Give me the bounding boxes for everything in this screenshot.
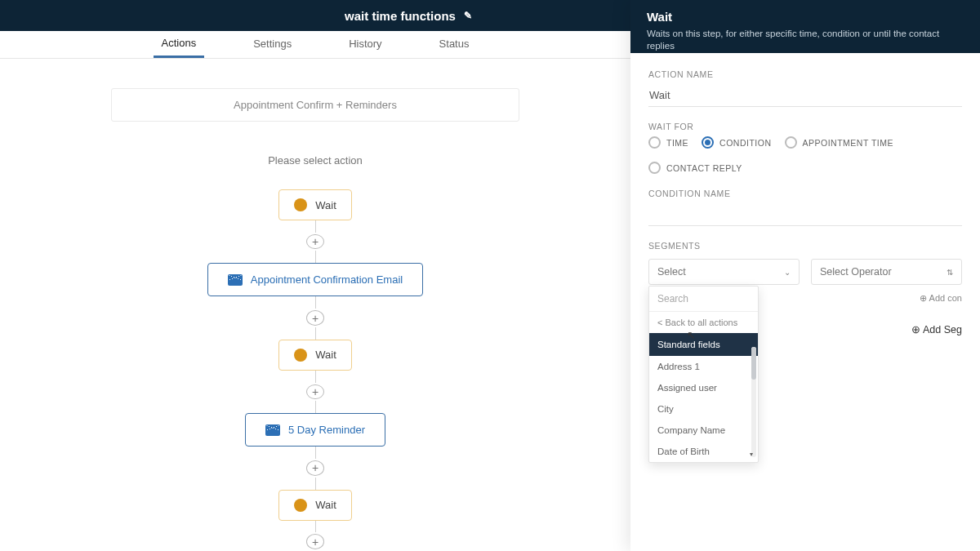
tab-actions[interactable]: Actions	[154, 30, 205, 58]
wait-for-options: TIME CONDITION APPOINTMENT TIME CONTACT …	[648, 136, 962, 174]
chevron-down-icon: ⌄	[784, 268, 791, 277]
segment-field-dropdown: Search < Back to all actions ↖ Standard …	[648, 286, 759, 463]
connector	[315, 220, 316, 233]
connector	[315, 447, 316, 459]
dropdown-back[interactable]: < Back to all actions ↖	[649, 312, 758, 333]
connector	[315, 296, 316, 309]
dropdown-item[interactable]: Company Name	[649, 420, 758, 441]
workflow-canvas[interactable]: Appointment Confirm + Reminders Please s…	[0, 59, 630, 551]
node-wait-2[interactable]: Wait	[278, 340, 352, 371]
mail-icon	[265, 424, 280, 436]
add-step-button[interactable]: +	[306, 310, 324, 326]
connector	[315, 327, 316, 340]
dropdown-item[interactable]: Assigned user	[649, 377, 758, 398]
dropdown-item[interactable]: Date of Birth	[649, 441, 758, 462]
select-value: Select	[657, 266, 686, 278]
dropdown-search[interactable]: Search	[649, 287, 758, 312]
tab-history[interactable]: History	[341, 31, 390, 58]
add-step-button[interactable]: +	[306, 384, 324, 400]
dropdown-back-label: < Back to all actions	[657, 318, 737, 327]
edit-icon[interactable]: ✎	[464, 10, 472, 21]
add-step-button[interactable]: +	[306, 234, 324, 250]
chevron-down-icon: ▾	[750, 451, 753, 458]
clock-icon	[294, 499, 307, 512]
panel-header: Wait Waits on this step, for either spec…	[630, 0, 980, 53]
radio-label: TIME	[666, 138, 688, 148]
panel-title: Wait	[647, 10, 964, 24]
clock-icon	[294, 198, 307, 211]
dropdown-item[interactable]: Address 1	[649, 356, 758, 377]
field-wait-for: WAIT FOR TIME CONDITION APPOINTMENT TIME…	[648, 122, 962, 174]
field-action-name: ACTION NAME	[648, 69, 962, 107]
add-step-button[interactable]: +	[306, 534, 324, 549]
node-label: Wait	[315, 499, 336, 511]
radio-condition[interactable]: CONDITION	[702, 136, 771, 149]
condition-name-label: CONDITION NAME	[648, 189, 962, 198]
tab-settings[interactable]: Settings	[245, 31, 300, 58]
canvas-prompt: Please select action	[268, 154, 363, 167]
panel-description: Waits on this step, for either specific …	[647, 28, 964, 52]
dropdown-item[interactable]: City	[649, 398, 758, 420]
radio-label: CONTACT REPLY	[666, 163, 742, 173]
radio-appointment-time[interactable]: APPOINTMENT TIME	[785, 136, 893, 149]
connector	[315, 371, 316, 383]
radio-label: CONDITION	[719, 138, 771, 148]
action-name-label: ACTION NAME	[648, 69, 962, 79]
connector	[315, 521, 316, 533]
radio-contact-reply[interactable]: CONTACT REPLY	[648, 162, 742, 174]
page-title-wrap: wait time functions ✎	[345, 9, 472, 23]
tab-status[interactable]: Status	[431, 31, 478, 58]
radio-label: APPOINTMENT TIME	[803, 138, 893, 148]
action-name-input[interactable]	[648, 84, 962, 107]
clock-icon	[294, 349, 307, 362]
add-step-button[interactable]: +	[306, 460, 324, 476]
panel-body: ACTION NAME WAIT FOR TIME CONDITION APPO…	[630, 53, 980, 352]
dropdown-scrollbar[interactable]	[751, 347, 756, 457]
node-wait-1[interactable]: Wait	[278, 189, 352, 220]
segment-operator-select[interactable]: Select Operator ⇅	[811, 259, 962, 285]
page-title: wait time functions	[345, 9, 456, 23]
dropdown-group-header: Standard fields	[649, 333, 758, 356]
connector	[315, 478, 316, 490]
radio-icon	[648, 162, 661, 174]
node-wait-3[interactable]: Wait	[278, 490, 352, 521]
condition-name-input[interactable]	[648, 203, 962, 226]
node-label: Wait	[315, 349, 336, 361]
segments-label: SEGMENTS	[648, 241, 962, 251]
node-label: 5 Day Reminder	[288, 424, 365, 436]
segment-field-select[interactable]: Select ⌄ Search < Back to all actions ↖ …	[648, 259, 800, 285]
tab-bar: Actions Settings History Status	[0, 31, 630, 59]
wait-for-label: WAIT FOR	[648, 122, 962, 131]
field-condition-name: CONDITION NAME	[648, 189, 962, 226]
mail-icon	[228, 274, 243, 286]
sort-icon: ⇅	[947, 268, 953, 277]
segment-row: Select ⌄ Search < Back to all actions ↖ …	[648, 259, 962, 285]
node-label: Wait	[315, 199, 336, 211]
segments: Select ⌄ Search < Back to all actions ↖ …	[648, 259, 962, 335]
radio-icon	[785, 136, 797, 149]
node-email-1[interactable]: Appointment Confirmation Email	[207, 263, 423, 296]
radio-icon	[702, 136, 714, 149]
side-panel: Wait Waits on this step, for either spec…	[630, 0, 980, 551]
radio-icon	[648, 136, 661, 149]
workflow-name[interactable]: Appointment Confirm + Reminders	[111, 88, 519, 122]
node-email-2[interactable]: 5 Day Reminder	[245, 413, 385, 447]
connector	[315, 401, 316, 413]
select-value: Select Operator	[820, 266, 892, 278]
radio-time[interactable]: TIME	[648, 136, 688, 149]
connector	[315, 251, 316, 263]
node-label: Appointment Confirmation Email	[251, 273, 403, 286]
